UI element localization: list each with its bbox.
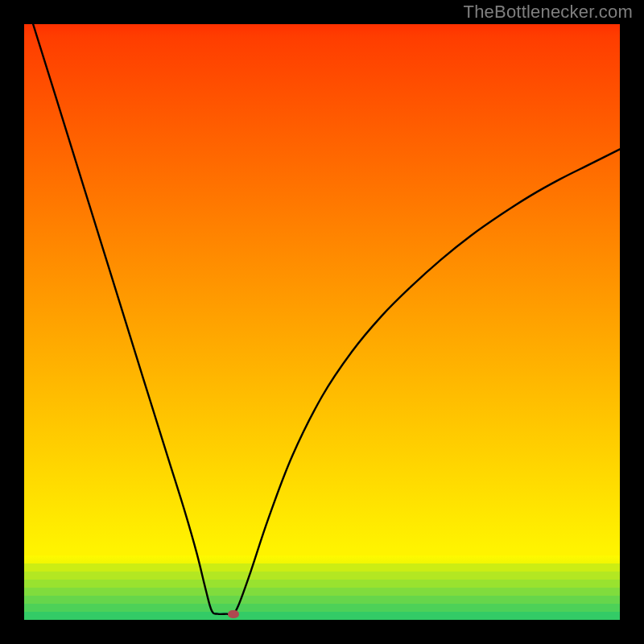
plot-area (24, 24, 620, 620)
chart-canvas: TheBottlenecker.com (0, 0, 644, 644)
current-config-marker-icon (228, 610, 239, 618)
curve-svg (24, 24, 620, 620)
watermark-text: TheBottlenecker.com (464, 2, 633, 23)
bottleneck-curve (33, 24, 620, 614)
